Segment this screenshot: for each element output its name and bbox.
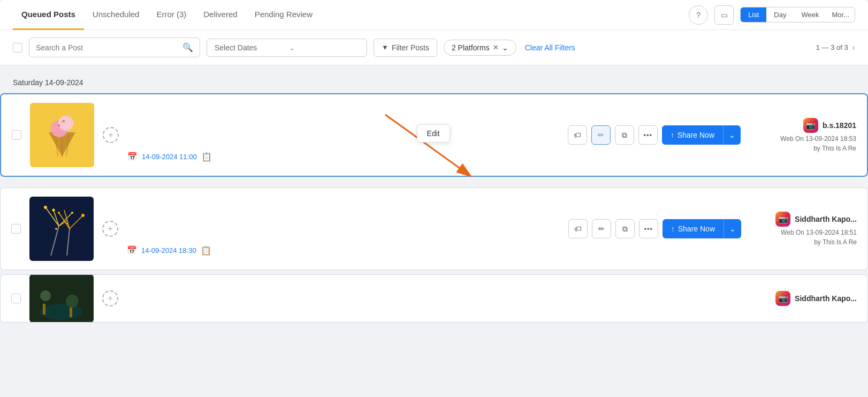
view-list-button[interactable]: List (741, 8, 766, 22)
calendar-icon-1: 📅 (127, 152, 138, 161)
tab-unscheduled[interactable]: Unscheduled (84, 0, 148, 30)
instagram-logo: 📷 (806, 121, 815, 130)
share-icon: ↑ (671, 131, 674, 139)
post-3-image (29, 274, 94, 323)
help-button[interactable]: ? (689, 5, 708, 25)
tab-error[interactable]: Error (3) (148, 0, 195, 30)
post-1-copy-button[interactable]: ⧉ (615, 125, 634, 145)
post-1-edit-button[interactable]: ✏ (591, 125, 611, 145)
edit-icon-2: ✏ (598, 224, 605, 233)
tag-icon-2: 🏷 (574, 224, 582, 233)
svg-point-25 (71, 212, 73, 214)
svg-point-13 (55, 228, 57, 230)
date-select-label: Select Dates (215, 43, 285, 52)
more-icon: ••• (643, 131, 652, 139)
platforms-label: 2 Platforms (452, 43, 490, 52)
post-1-platform-name: b.s.18201 (823, 121, 856, 130)
post-1-more-button[interactable]: ••• (638, 125, 658, 145)
platforms-close-icon[interactable]: ✕ (493, 43, 499, 51)
share-now-chevron-icon-2[interactable]: ⌄ (724, 220, 741, 238)
platforms-chevron-icon: ⌄ (502, 43, 508, 52)
post-2-platform-sub2: by This Is A Re (814, 238, 857, 246)
post-1-platform-sub1: Web On 13-09-2024 18:53 (780, 135, 856, 143)
post-2-instagram-icon: 📷 (775, 212, 790, 227)
post-3-image-svg (29, 274, 94, 323)
svg-point-24 (44, 206, 47, 209)
question-icon: ? (696, 11, 701, 19)
post-3-instagram-icon: 📷 (775, 291, 790, 306)
clip-icon-2: 📋 (201, 245, 211, 256)
share-now-label-2: Share Now (678, 224, 715, 233)
more-icon-2: ••• (644, 225, 653, 233)
tab-right-controls: ? ▭ List Day Week Mor... (689, 5, 855, 25)
share-now-chevron-icon[interactable]: ⌄ (724, 126, 741, 144)
tab-pending-review[interactable]: Pending Review (246, 0, 321, 30)
svg-point-28 (81, 214, 85, 217)
post-2-copy-button[interactable]: ⧉ (615, 219, 635, 238)
content-area: Saturday 14-09-2024 (0, 65, 868, 331)
edit-tooltip-container: Edit (417, 124, 450, 143)
post-2-edit-button[interactable]: ✏ (592, 219, 611, 238)
post-2-checkbox[interactable] (11, 224, 21, 234)
svg-point-32 (66, 295, 79, 308)
edit-icon: ✏ (598, 131, 604, 139)
svg-point-6 (58, 116, 73, 131)
filter-posts-button[interactable]: ▼ Filter Posts (374, 39, 437, 57)
post-2-tag-button[interactable]: 🏷 (568, 219, 588, 238)
post-2-actions: 🏷 ✏ ⧉ ••• ↑ Share Now (568, 219, 741, 238)
filter-posts-label: Filter Posts (392, 43, 429, 52)
clip-icon-1: 📋 (201, 152, 212, 162)
date-select[interactable]: Select Dates ⌄ (207, 39, 367, 57)
post-3-platform-row: 📷 Siddharth Kapo... (775, 291, 857, 306)
post-1-share-now-button[interactable]: ↑ Share Now ⌄ (662, 125, 741, 145)
video-button[interactable]: ▭ (714, 5, 734, 25)
post-2-platform-row: 📷 Siddharth Kapo... (775, 212, 857, 227)
svg-point-31 (40, 290, 51, 301)
post-1-image (30, 103, 94, 167)
page-count-label: 1 — 3 of 3 (816, 43, 848, 51)
post-2-more-button[interactable]: ••• (639, 219, 658, 238)
date-group-label: Saturday 14-09-2024 (0, 72, 868, 93)
copy-icon: ⧉ (622, 131, 627, 140)
post-3-checkbox[interactable] (11, 294, 21, 303)
view-week-button[interactable]: Week (794, 8, 826, 22)
post-1-datetime: 14-09-2024 11:00 (142, 153, 197, 161)
select-all-checkbox[interactable] (13, 43, 22, 53)
post-1-add-circle[interactable]: + (103, 127, 119, 143)
svg-point-26 (52, 209, 55, 212)
post-2-add-circle[interactable]: + (102, 221, 118, 237)
svg-rect-34 (70, 308, 72, 317)
post-card-2: + 📅 14-09-2024 18:30 📋 🏷 ✏ (0, 188, 868, 270)
post-3-platform-name: Siddharth Kapo... (795, 294, 857, 303)
instagram-logo-3: 📷 (779, 294, 788, 303)
prev-page-icon[interactable]: ‹ (852, 43, 855, 53)
post-2-share-now-button[interactable]: ↑ Share Now ⌄ (663, 219, 741, 238)
tab-bar: Queued Posts Unscheduled Error (3) Deliv… (0, 0, 868, 30)
search-input[interactable] (36, 43, 178, 52)
copy-icon-2: ⧉ (622, 224, 628, 234)
date-group-label-2 (0, 179, 868, 188)
search-box[interactable]: 🔍 (29, 38, 200, 57)
clear-all-filters-button[interactable]: Clear All Filters (525, 43, 575, 52)
search-icon: 🔍 (182, 42, 193, 53)
share-now-main-2: ↑ Share Now (663, 220, 724, 238)
post-2-datetime: 14-09-2024 18:30 (141, 246, 196, 254)
tab-delivered[interactable]: Delivered (195, 0, 246, 30)
post-3-add-circle[interactable]: + (102, 290, 118, 306)
view-more-button[interactable]: Mor... (826, 8, 855, 22)
tab-queued-posts[interactable]: Queued Posts (13, 0, 84, 30)
view-day-button[interactable]: Day (766, 8, 794, 22)
tag-icon: 🏷 (574, 131, 581, 139)
instagram-logo-2: 📷 (779, 215, 788, 223)
post-1-checkbox[interactable] (12, 130, 21, 140)
post-1-tag-button[interactable]: 🏷 (568, 125, 587, 145)
share-now-main: ↑ Share Now (662, 126, 723, 144)
post-1-instagram-icon: 📷 (803, 118, 818, 133)
post-2-platform-sub1: Web On 13-09-2024 18:51 (781, 229, 857, 236)
platforms-filter[interactable]: 2 Platforms ✕ ⌄ (444, 40, 516, 56)
calendar-icon-2: 📅 (127, 245, 137, 255)
post-3-platform-info: 📷 Siddharth Kapo... (750, 291, 857, 306)
post-2-image (29, 197, 94, 261)
funnel-icon: ▼ (382, 43, 389, 51)
camera-icon: ▭ (721, 11, 728, 19)
